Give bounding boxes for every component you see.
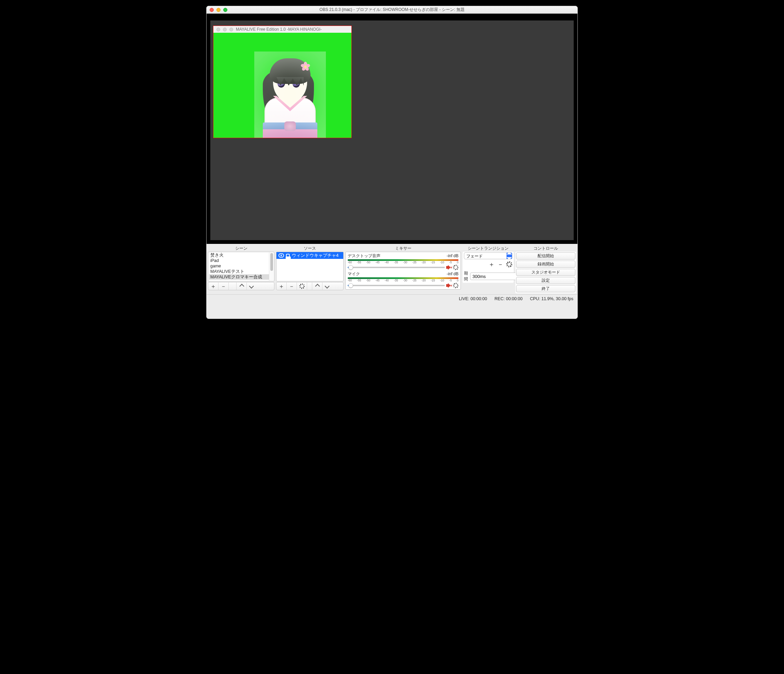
panel-header-transitions[interactable]: シーントランジション [462, 245, 514, 252]
mixer-channel-name: デスクトップ音声 [348, 253, 380, 259]
scene-item[interactable]: MAYALIVEテスト [209, 269, 273, 274]
control-button[interactable]: 設定 [516, 277, 576, 284]
scene-item[interactable]: game [209, 263, 273, 269]
move-source-down-button[interactable] [322, 282, 333, 290]
obs-window: OBS 21.0.3 (mac) - プロファイル: SHOWROOM-せせらぎ… [206, 6, 578, 319]
source-name: ウィンドウキャプチャ4 [292, 253, 339, 259]
scenes-toolbar: ＋ － [208, 282, 274, 290]
window-title: OBS 21.0.3 (mac) - プロファイル: SHOWROOM-せせらぎ… [207, 7, 577, 12]
control-button[interactable]: 録画開始 [516, 261, 576, 268]
mixer-channel-level: -inf dB [446, 271, 459, 276]
transitions-panel: シーントランジション フェード ＋ － [462, 245, 514, 293]
mixer-panel: ミキサー デスクトップ音声-inf dB-60-55-50-45-40-35-3… [345, 245, 461, 293]
duration-label: 期間 [464, 270, 468, 282]
sources-list[interactable]: ウィンドウキャプチャ4 [277, 252, 343, 281]
add-transition-button[interactable]: ＋ [488, 260, 495, 268]
vu-ticks: -60-55-50-45-40-35-30-25-20-15-10-50 [348, 261, 459, 264]
transition-selected-value: フェード [464, 253, 507, 259]
chevron-down-icon [325, 284, 329, 289]
mixer-channel-name: マイク [348, 271, 360, 277]
preview-source-window-capture[interactable]: MAYALIVE Free Edition 1.0 -MAYA HINANOGI… [213, 26, 352, 138]
mixer-body: デスクトップ音声-inf dB-60-55-50-45-40-35-30-25-… [345, 252, 461, 290]
control-button[interactable]: 配信開始 [516, 253, 576, 260]
traffic-dot-icon [216, 28, 220, 31]
transition-properties-button[interactable] [506, 261, 512, 267]
move-source-up-button[interactable] [312, 282, 322, 290]
controls-panel: コントロール 配信開始録画開始スタジオモード設定終了 [515, 245, 576, 293]
add-source-button[interactable]: ＋ [277, 282, 287, 290]
sources-toolbar: ＋ － [276, 282, 344, 290]
control-button[interactable]: 終了 [516, 285, 576, 292]
source-properties-button[interactable] [297, 282, 307, 290]
scenes-list[interactable]: 焚き火iPadgameMAYALIVEテストMAYALIVEクロマキー合成 [208, 252, 274, 281]
scene-item[interactable]: iPad [209, 258, 273, 263]
remove-source-button[interactable]: － [287, 282, 297, 290]
mixer-channel-level: -inf dB [446, 253, 459, 258]
panel-header-controls[interactable]: コントロール [515, 245, 576, 252]
scene-item[interactable]: 焚き火 [209, 253, 273, 258]
preview-canvas[interactable]: MAYALIVE Free Edition 1.0 -MAYA HINANOGI… [210, 20, 574, 240]
green-screen-area [213, 33, 352, 138]
status-rec: REC: 00:00:00 [495, 296, 523, 301]
lock-icon[interactable] [286, 254, 290, 257]
remove-transition-button[interactable]: － [497, 260, 504, 268]
close-icon[interactable] [210, 8, 214, 12]
channel-settings-gear-icon[interactable] [453, 283, 459, 288]
dropdown-arrows-icon [507, 253, 512, 259]
move-scene-down-button[interactable] [247, 282, 257, 290]
minimize-icon[interactable] [216, 8, 221, 12]
titlebar[interactable]: OBS 21.0.3 (mac) - プロファイル: SHOWROOM-せせらぎ… [207, 6, 577, 14]
scrollbar[interactable] [269, 253, 274, 281]
status-live: LIVE: 00:00:00 [459, 296, 487, 301]
vu-ticks: -60-55-50-45-40-35-30-25-20-15-10-50 [348, 279, 459, 282]
panel-header-sources[interactable]: ソース [276, 245, 344, 252]
mute-speaker-icon[interactable]: × [446, 265, 452, 270]
control-button[interactable]: スタジオモード [516, 269, 576, 276]
scene-item[interactable]: MAYALIVEクロマキー合成 [209, 274, 273, 280]
scenes-panel: シーン 焚き火iPadgameMAYALIVEテストMAYALIVEクロマキー合… [208, 245, 274, 293]
move-scene-up-button[interactable] [236, 282, 247, 290]
mute-speaker-icon[interactable]: × [446, 283, 452, 288]
zoom-icon[interactable] [223, 8, 227, 12]
chevron-up-icon [315, 284, 320, 289]
gear-icon [299, 284, 305, 289]
volume-slider[interactable] [348, 285, 445, 286]
character-avatar [254, 51, 326, 138]
preview-area: MAYALIVE Free Edition 1.0 -MAYA HINANOGI… [207, 14, 577, 244]
channel-settings-gear-icon[interactable] [453, 265, 459, 270]
traffic-dot-icon [223, 28, 227, 31]
remove-scene-button[interactable]: － [218, 282, 229, 290]
panel-header-mixer[interactable]: ミキサー [345, 245, 461, 252]
source-item[interactable]: ウィンドウキャプチャ4 [277, 252, 343, 259]
volume-slider[interactable] [348, 267, 445, 268]
mixer-channel: マイク-inf dB-60-55-50-45-40-35-30-25-20-15… [348, 271, 459, 288]
sources-panel: ソース ウィンドウキャプチャ4 ＋ － [276, 245, 344, 293]
transition-select[interactable]: フェード [464, 253, 512, 259]
captured-window-title: MAYALIVE Free Edition 1.0 -MAYA HINANOGI… [236, 27, 322, 32]
panel-header-scenes[interactable]: シーン [208, 245, 274, 252]
traffic-dot-icon [229, 28, 233, 31]
chevron-down-icon [249, 284, 254, 289]
captured-window-titlebar: MAYALIVE Free Edition 1.0 -MAYA HINANOGI… [213, 26, 352, 33]
visibility-eye-icon[interactable] [278, 253, 284, 257]
mixer-channel: デスクトップ音声-inf dB-60-55-50-45-40-35-30-25-… [348, 253, 459, 270]
chevron-up-icon [239, 284, 244, 289]
status-bar: LIVE: 00:00:00 REC: 00:00:00 CPU: 11.9%,… [207, 294, 577, 303]
status-cpu: CPU: 11.9%, 30.00 fps [530, 296, 573, 301]
add-scene-button[interactable]: ＋ [208, 282, 218, 290]
